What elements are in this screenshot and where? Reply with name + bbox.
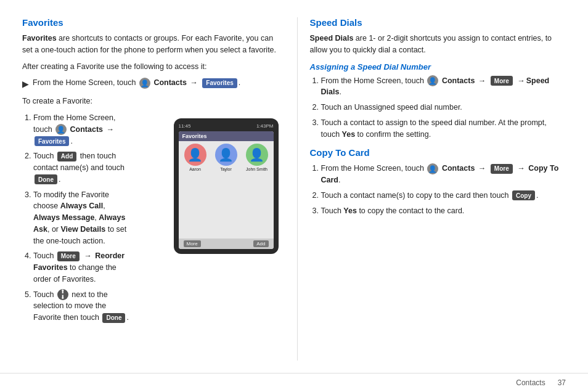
speed-dials-bold: Speed Dials xyxy=(310,34,354,43)
contacts-icon-cs1: 👤 xyxy=(427,163,438,174)
step-1: From the Home Screen, touch 👤 Contacts →… xyxy=(33,112,131,147)
contacts-as1: Contacts xyxy=(442,76,475,85)
phone-more-btn[interactable]: More xyxy=(184,240,201,247)
step-4: Touch More → Reorder Favorites to change… xyxy=(33,250,131,285)
speed-dials-title: Speed Dials xyxy=(310,17,566,28)
name-johnsmith: John Smith xyxy=(246,167,267,171)
name-aaron: Aaron xyxy=(189,167,201,171)
assigning-title: Assigning a Speed Dial Number xyxy=(310,62,566,71)
steps-and-phone: From the Home Screen, touch 👤 Contacts →… xyxy=(22,112,279,332)
copy-step-2: Touch a contact name(s) to copy to the c… xyxy=(321,190,566,202)
copy-step-1: From the Home Screen, touch 👤 Contacts →… xyxy=(321,163,566,186)
contacts-icon: 👤 xyxy=(139,78,150,89)
contacts-icon-s1: 👤 xyxy=(55,124,67,135)
favorites-btn[interactable]: Favorites xyxy=(202,78,237,88)
contacts-label: Contacts xyxy=(153,78,186,87)
assigning-steps-list: From the Home Screen, touch 👤 Contacts →… xyxy=(310,75,566,141)
phone-status-left: 11:45 xyxy=(179,123,191,129)
more-btn-as1[interactable]: More xyxy=(491,76,513,86)
copy-btn-cs2[interactable]: Copy xyxy=(512,190,535,200)
copy-step-3: Touch Yes to copy the contact to the car… xyxy=(321,205,566,217)
assigning-step-3: Touch a contact to assign to the speed d… xyxy=(321,117,566,141)
favorites-bold: Favorites xyxy=(22,34,57,43)
arrow-symbol: → xyxy=(190,78,198,87)
create-steps-list: From the Home Screen, touch 👤 Contacts →… xyxy=(22,112,131,327)
favorites-btn-s1[interactable]: Favorites xyxy=(35,136,69,146)
avatar-johnsmith: 👤 xyxy=(246,144,268,166)
phone-contacts-row: 👤 Aaron 👤 Taylor 👤 John Smith xyxy=(179,141,274,239)
step-3: To modify the Favorite choose Always Cal… xyxy=(33,189,131,247)
step-2: Touch Add then touch contact name(s) and… xyxy=(33,150,131,185)
copy-to-card-title: Copy To Card xyxy=(310,147,566,158)
more-btn-s4[interactable]: More xyxy=(57,251,80,261)
favorites-title: Favorites xyxy=(22,17,279,28)
footer-page: 37 xyxy=(558,378,566,387)
favorites-intro: Favorites are shortcuts to contacts or g… xyxy=(22,33,279,56)
more-btn-cs1[interactable]: More xyxy=(491,164,513,174)
avatar-taylor: 👤 xyxy=(215,144,237,166)
phone-add-btn[interactable]: Add xyxy=(253,240,268,247)
right-column: Speed Dials Speed Dials are 1- or 2-digi… xyxy=(297,17,566,361)
assigning-step-1: From the Home Screen, touch 👤 Contacts →… xyxy=(321,75,566,99)
add-btn[interactable]: Add xyxy=(57,152,76,161)
footer-text: Contacts 37 xyxy=(516,378,566,387)
after-creating-text: After creating a Favorite use the follow… xyxy=(22,61,279,73)
step-5: Touch ⬆⬇ next to the selection to move t… xyxy=(33,289,131,324)
phone-status-bar: 11:45 1:43PM xyxy=(179,123,274,129)
done-btn-s2[interactable]: Done xyxy=(35,174,57,184)
done-btn-s5[interactable]: Done xyxy=(102,313,125,323)
footer: Contacts 37 xyxy=(0,373,588,392)
copy-steps-list: From the Home Screen, touch 👤 Contacts →… xyxy=(310,163,566,216)
phone-contact-taylor: 👤 Taylor xyxy=(212,144,240,236)
assigning-step-2: Touch an Unassigned speed dial number. xyxy=(321,102,566,113)
phone-screen: Favorites 👤 Aaron 👤 Taylor 👤 John Smi xyxy=(179,131,274,249)
to-create-text: To create a Favorite: xyxy=(22,96,279,107)
contacts-cs1: Contacts xyxy=(442,164,475,173)
footer-label: Contacts xyxy=(516,378,545,387)
phone-mockup: 11:45 1:43PM Favorites 👤 Aaron 👤 Taylor xyxy=(174,118,279,254)
phone-contact-aaron: 👤 Aaron xyxy=(181,144,210,236)
bullet-access: ▶ From the Home Screen, touch 👤 Contacts… xyxy=(22,77,279,91)
avatar-aaron: 👤 xyxy=(184,144,206,166)
contacts-icon-as1: 👤 xyxy=(427,75,438,86)
phone-bottom-bar: More Add xyxy=(179,239,274,249)
phone-status-right: 1:43PM xyxy=(256,123,274,129)
left-column: Favorites Favorites are shortcuts to con… xyxy=(22,17,279,361)
name-taylor: Taylor xyxy=(220,167,232,171)
contacts-s1: Contacts xyxy=(70,125,103,134)
speed-dials-intro: Speed Dials are 1- or 2-digit shortcuts … xyxy=(310,33,566,56)
arrow-bullet-icon: ▶ xyxy=(22,78,29,91)
bullet-access-text: From the Home Screen, touch 👤 Contacts →… xyxy=(33,77,240,89)
phone-screen-header: Favorites xyxy=(179,131,274,141)
phone-contact-johnsmith: 👤 John Smith xyxy=(243,144,271,236)
arrow-s1: → xyxy=(107,125,115,134)
updown-icon: ⬆⬇ xyxy=(57,289,68,300)
